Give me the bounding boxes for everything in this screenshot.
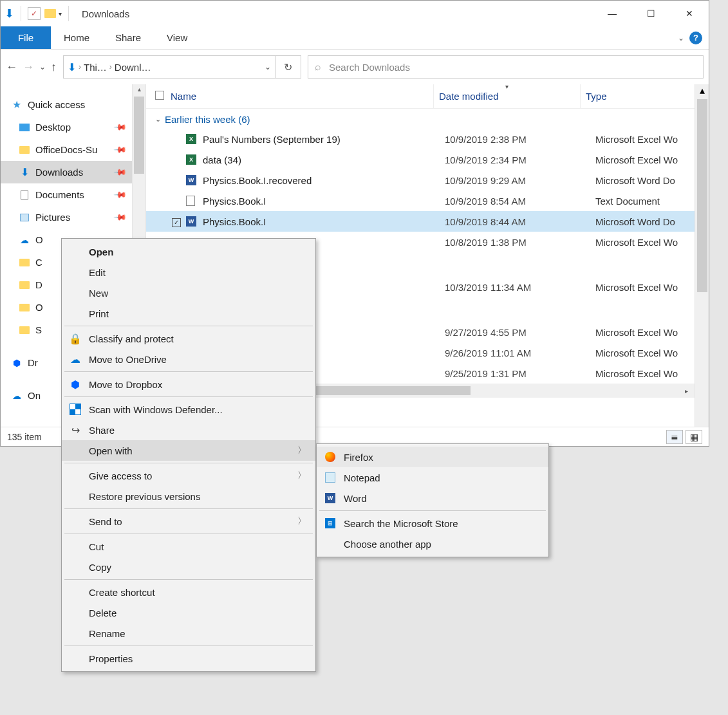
file-list-scrollbar[interactable]: ▴ bbox=[695, 84, 709, 427]
context-menu: Open Edit New Print 🔒Classify and protec… bbox=[61, 238, 316, 672]
ctx-restore[interactable]: Restore previous versions bbox=[62, 486, 315, 506]
details-view-button[interactable]: ≣ bbox=[666, 430, 683, 444]
word-icon: W bbox=[186, 216, 196, 227]
file-type: Microsoft Excel Wo bbox=[595, 348, 695, 358]
chevron-right-icon[interactable]: › bbox=[79, 62, 81, 71]
help-icon[interactable]: ? bbox=[689, 32, 702, 44]
chevron-right-icon[interactable]: › bbox=[109, 62, 112, 71]
file-type: Microsoft Excel Wo bbox=[595, 134, 695, 145]
pin-icon: 📌 bbox=[113, 120, 127, 135]
file-date: 10/9/2019 2:38 PM bbox=[445, 134, 595, 145]
store-icon: ⊞ bbox=[323, 518, 337, 528]
ctx-defender[interactable]: Scan with Windows Defender... bbox=[62, 399, 315, 420]
file-row[interactable]: Physics.Book.I10/9/2019 8:54 AMText Docu… bbox=[146, 190, 695, 211]
openwith-choose[interactable]: Choose another app bbox=[317, 534, 548, 554]
column-name[interactable]: Name bbox=[171, 91, 433, 102]
titlebar: ⬇ ✓ ▾ Downloads — ☐ ✕ bbox=[1, 1, 709, 26]
excel-icon: X bbox=[186, 134, 196, 144]
file-type: Microsoft Excel Wo bbox=[595, 282, 695, 293]
pin-icon: 📌 bbox=[113, 210, 127, 225]
ctx-classify[interactable]: 🔒Classify and protect bbox=[62, 328, 315, 349]
ctx-edit[interactable]: Edit bbox=[62, 262, 315, 283]
open-with-submenu: Firefox Notepad WWord ⊞Search the Micros… bbox=[316, 443, 549, 557]
group-header[interactable]: ⌄ Earlier this week (6) bbox=[146, 109, 695, 129]
file-type: Microsoft Excel Wo bbox=[595, 327, 695, 338]
file-row[interactable]: ✓WPhysics.Book.I10/9/2019 8:44 AMMicroso… bbox=[146, 211, 695, 232]
sidebar-quick-access[interactable]: ★Quick access bbox=[1, 93, 132, 116]
submenu-arrow-icon: 〉 bbox=[297, 470, 306, 481]
file-tab[interactable]: File bbox=[1, 26, 51, 49]
file-date: 10/9/2019 2:34 PM bbox=[445, 154, 595, 165]
onedrive-icon: ☁ bbox=[68, 353, 82, 366]
ctx-copy[interactable]: Copy bbox=[62, 557, 315, 577]
search-input[interactable]: ⌕ Search Downloads bbox=[308, 55, 704, 79]
sidebar-pictures[interactable]: Pictures📌 bbox=[1, 206, 132, 228]
refresh-button[interactable]: ↻ bbox=[275, 55, 301, 79]
openwith-word[interactable]: WWord bbox=[317, 488, 548, 508]
file-name: Physics.Book.I.recovered bbox=[203, 175, 445, 186]
ctx-delete[interactable]: Delete bbox=[62, 602, 315, 623]
ctx-give-access[interactable]: Give access to〉 bbox=[62, 465, 315, 486]
history-dropdown-icon[interactable]: ⌄ bbox=[39, 62, 46, 71]
ctx-dropbox[interactable]: ⬢Move to Dropbox bbox=[62, 374, 315, 395]
breadcrumb-folder[interactable]: Downl… bbox=[115, 62, 151, 73]
firefox-icon bbox=[323, 452, 337, 462]
ctx-send-to[interactable]: Send to〉 bbox=[62, 511, 315, 532]
file-name: Physics.Book.I bbox=[203, 196, 445, 207]
row-checkbox[interactable]: ✓ bbox=[172, 218, 181, 227]
home-tab[interactable]: Home bbox=[51, 26, 102, 49]
thumbnails-view-button[interactable]: ▦ bbox=[686, 430, 702, 444]
ctx-open[interactable]: Open bbox=[62, 241, 315, 262]
back-button[interactable]: ← bbox=[6, 60, 17, 74]
address-bar[interactable]: ⬇ › Thi… › Downl… ⌄ bbox=[63, 55, 275, 79]
window-title: Downloads bbox=[82, 8, 129, 19]
file-name: Paul's Numbers (September 19) bbox=[203, 134, 445, 145]
chevron-down-icon: ⌄ bbox=[155, 115, 161, 124]
ctx-properties[interactable]: Properties bbox=[62, 648, 315, 669]
search-icon: ⌕ bbox=[315, 61, 321, 73]
sidebar-desktop[interactable]: Desktop📌 bbox=[1, 116, 132, 138]
share-tab[interactable]: Share bbox=[102, 26, 154, 49]
column-type[interactable]: Type bbox=[580, 84, 695, 108]
item-count: 135 item bbox=[7, 432, 42, 442]
sidebar-downloads[interactable]: ⬇Downloads📌 bbox=[1, 161, 132, 183]
up-button[interactable]: ↑ bbox=[51, 60, 57, 74]
share-icon: ↪ bbox=[68, 424, 82, 436]
ctx-rename[interactable]: Rename bbox=[62, 623, 315, 644]
file-row[interactable]: Xdata (34)10/9/2019 2:34 PMMicrosoft Exc… bbox=[146, 149, 695, 170]
ctx-cut[interactable]: Cut bbox=[62, 536, 315, 557]
ribbon-collapse-icon[interactable]: ⌄ bbox=[678, 33, 684, 42]
file-row[interactable]: WPhysics.Book.I.recovered10/9/2019 9:29 … bbox=[146, 170, 695, 190]
openwith-firefox[interactable]: Firefox bbox=[317, 447, 548, 467]
file-type: Microsoft Excel Wo bbox=[595, 368, 695, 379]
properties-icon[interactable]: ✓ bbox=[28, 7, 41, 20]
file-type: Text Document bbox=[595, 196, 695, 207]
openwith-notepad[interactable]: Notepad bbox=[317, 467, 548, 488]
file-date: 10/8/2019 1:38 PM bbox=[445, 237, 595, 248]
maximize-button[interactable]: ☐ bbox=[631, 1, 670, 26]
ctx-new[interactable]: New bbox=[62, 283, 315, 303]
file-date: 10/9/2019 9:29 AM bbox=[445, 175, 595, 186]
file-date: 9/27/2019 4:55 PM bbox=[445, 327, 595, 338]
address-dropdown-icon[interactable]: ⌄ bbox=[265, 62, 271, 71]
ctx-share[interactable]: ↪Share bbox=[62, 420, 315, 440]
openwith-store[interactable]: ⊞Search the Microsoft Store bbox=[317, 513, 548, 534]
column-date[interactable]: ▾Date modified bbox=[433, 84, 580, 108]
ctx-shortcut[interactable]: Create shortcut bbox=[62, 582, 315, 602]
ctx-print[interactable]: Print bbox=[62, 303, 315, 324]
excel-icon: X bbox=[186, 154, 196, 165]
dropbox-icon: ⬢ bbox=[68, 378, 82, 391]
qat-dropdown-icon[interactable]: ▾ bbox=[59, 10, 62, 17]
close-button[interactable]: ✕ bbox=[670, 1, 709, 26]
breadcrumb-pc[interactable]: Thi… bbox=[84, 62, 107, 73]
ctx-open-with[interactable]: Open with〉 bbox=[62, 440, 315, 461]
pin-icon: 📌 bbox=[113, 165, 127, 180]
minimize-button[interactable]: — bbox=[593, 1, 631, 26]
select-all-checkbox[interactable] bbox=[155, 91, 164, 100]
ctx-onedrive[interactable]: ☁Move to OneDrive bbox=[62, 349, 315, 369]
sidebar-officedocs[interactable]: OfficeDocs-Su📌 bbox=[1, 138, 132, 161]
sidebar-documents[interactable]: Documents📌 bbox=[1, 183, 132, 206]
view-tab[interactable]: View bbox=[154, 26, 200, 49]
down-arrow-icon[interactable]: ⬇ bbox=[5, 6, 14, 21]
file-row[interactable]: XPaul's Numbers (September 19)10/9/2019 … bbox=[146, 129, 695, 149]
